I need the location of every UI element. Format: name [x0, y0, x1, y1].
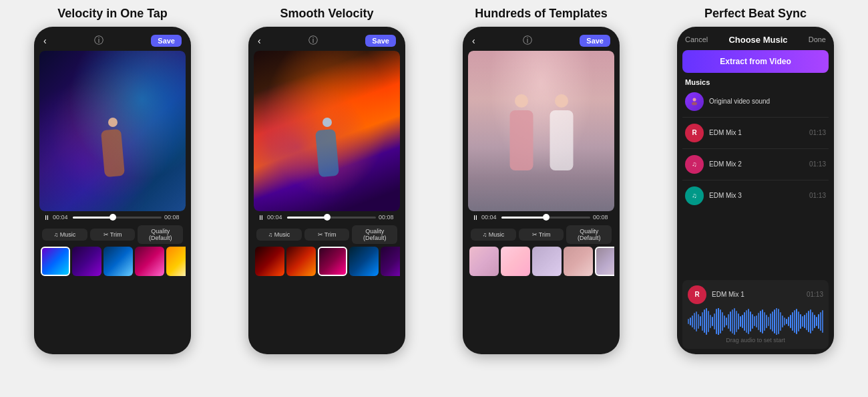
- progress-track-1[interactable]: [73, 217, 162, 219]
- video-area-3: [468, 51, 614, 211]
- video-area-2: [254, 51, 400, 211]
- now-playing-panel: R EDM Mix 1 01:13 Drag audio to set star…: [682, 280, 829, 349]
- progress-row-2: ⏸ 00:04 00:08: [258, 214, 396, 221]
- girls-figure: [468, 51, 614, 211]
- music-header: Cancel Choose Music Done: [682, 33, 829, 50]
- music-btn-1[interactable]: ♫ Music: [42, 229, 87, 241]
- save-button-3[interactable]: Save: [580, 35, 610, 47]
- thumbnail-row-2: [254, 245, 400, 277]
- music-item-edm3[interactable]: ♫ EDM Mix 3 01:13: [682, 183, 829, 209]
- thumb-1-2[interactable]: [72, 247, 101, 276]
- thumb-2-3[interactable]: [318, 247, 347, 276]
- music-avatar-original: [685, 92, 704, 111]
- info-button-1[interactable]: ⓘ: [94, 35, 103, 47]
- thumb-3-1[interactable]: [469, 247, 499, 276]
- time-current-2: 00:04: [267, 214, 284, 221]
- progress-fill-3: [501, 217, 546, 219]
- video-placeholder-1: [39, 51, 186, 211]
- progress-row-3: ⏸ 00:04 00:08: [472, 214, 610, 221]
- progress-row-1: ⏸ 00:04 00:08: [43, 214, 182, 221]
- thumb-3-2[interactable]: [501, 247, 530, 276]
- svg-point-1: [692, 102, 697, 105]
- save-button-1[interactable]: Save: [151, 35, 182, 47]
- thumb-2-4[interactable]: [349, 247, 379, 276]
- now-playing-row: R EDM Mix 1 01:13: [688, 285, 823, 304]
- back-button-1[interactable]: ‹: [43, 35, 47, 46]
- music-avatar-edm1: R: [685, 124, 704, 142]
- music-btn-2[interactable]: ♫ Music: [256, 229, 302, 241]
- video-placeholder-2: [254, 51, 400, 211]
- phone-header-2: ‹ ⓘ Save: [254, 33, 400, 51]
- time-total-2: 00:08: [379, 214, 396, 221]
- thumb-1-3[interactable]: [103, 247, 133, 276]
- music-avatar-edm2: ♫: [685, 155, 704, 174]
- controls-row-3: ♫ Music ✂ Trim Quality (Default): [468, 223, 614, 245]
- trim-btn-1[interactable]: ✂ Trim: [90, 229, 136, 241]
- now-playing-name: EDM Mix 1: [712, 291, 801, 298]
- waveform-area[interactable]: [688, 308, 823, 335]
- pause-icon-2: ⏸: [258, 214, 264, 221]
- thumb-2-5[interactable]: [381, 247, 400, 276]
- girl-1: [503, 94, 539, 208]
- music-item-edm1[interactable]: R EDM Mix 1 01:13: [682, 120, 829, 146]
- progress-thumb-2: [324, 214, 331, 221]
- trim-btn-2[interactable]: ✂ Trim: [304, 229, 350, 241]
- phone-header-3: ‹ ⓘ Save: [468, 33, 614, 51]
- thumb-1-4[interactable]: [135, 247, 164, 276]
- thumb-3-5[interactable]: [595, 247, 614, 276]
- thumb-3-4[interactable]: [564, 247, 593, 276]
- thumbnail-row-1: [39, 245, 186, 277]
- music-name-original: Original video sound: [709, 98, 826, 105]
- figure-dancer-1: [93, 118, 133, 205]
- thumb-1-5[interactable]: [166, 247, 186, 276]
- section-title-3: Hundreds of Templates: [475, 7, 608, 21]
- quality-btn-1[interactable]: Quality (Default): [138, 225, 183, 244]
- thumbnail-row-3: [468, 245, 614, 277]
- phone-3: ‹ ⓘ Save ⏸ 00:04: [463, 27, 620, 354]
- time-total-3: 00:08: [593, 214, 610, 221]
- phone-4: Cancel Choose Music Done Extract from Vi…: [677, 27, 834, 354]
- app-container: Velocity in One Tap ‹ ⓘ Save ⏸ 00:04: [0, 0, 868, 397]
- quality-btn-2[interactable]: Quality (Default): [352, 225, 397, 244]
- trim-btn-3[interactable]: ✂ Trim: [519, 229, 564, 241]
- music-name-edm2: EDM Mix 2: [709, 160, 804, 168]
- back-button-3[interactable]: ‹: [472, 35, 475, 46]
- progress-track-3[interactable]: [501, 217, 590, 219]
- extract-from-video-btn[interactable]: Extract from Video: [682, 50, 829, 73]
- thumb-1-1[interactable]: [41, 247, 70, 276]
- progress-fill-2: [287, 217, 327, 219]
- quality-btn-3[interactable]: Quality (Default): [566, 225, 612, 244]
- info-button-3[interactable]: ⓘ: [523, 35, 532, 47]
- video-placeholder-3: [468, 51, 614, 211]
- divider-2: [682, 148, 829, 149]
- video-area-1: [39, 51, 186, 211]
- thumb-3-3[interactable]: [532, 247, 562, 276]
- done-button[interactable]: Done: [809, 35, 826, 43]
- music-item-original[interactable]: Original video sound: [682, 89, 829, 114]
- thumb-2-2[interactable]: [286, 247, 316, 276]
- controls-row-1: ♫ Music ✂ Trim Quality (Default): [39, 223, 186, 245]
- phone-2: ‹ ⓘ Save ⏸ 00:04 00:08: [248, 27, 405, 354]
- music-screen-title: Choose Music: [728, 35, 787, 45]
- pause-icon-3: ⏸: [472, 214, 479, 221]
- divider-3: [682, 180, 829, 180]
- waveform-bars: [688, 308, 823, 335]
- progress-track-2[interactable]: [287, 217, 376, 219]
- music-btn-3[interactable]: ♫ Music: [471, 229, 516, 241]
- save-button-2[interactable]: Save: [365, 35, 396, 47]
- now-playing-duration: 01:13: [807, 291, 823, 298]
- music-duration-edm2: 01:13: [809, 160, 826, 168]
- cancel-button[interactable]: Cancel: [685, 35, 708, 43]
- time-current-1: 00:04: [53, 214, 70, 221]
- music-duration-edm3: 01:13: [809, 192, 826, 199]
- time-total-1: 00:08: [164, 214, 182, 221]
- section-perfect-beat-sync: Perfect Beat Sync Cancel Choose Music Do…: [651, 7, 860, 354]
- music-item-edm2[interactable]: ♫ EDM Mix 2 01:13: [682, 152, 829, 177]
- phone-1: ‹ ⓘ Save ⏸ 00:04 00:08: [34, 27, 191, 354]
- info-button-2[interactable]: ⓘ: [308, 35, 318, 47]
- thumb-2-1[interactable]: [255, 247, 284, 276]
- music-avatar-edm3: ♫: [685, 186, 704, 205]
- section-smooth-velocity: Smooth Velocity ‹ ⓘ Save ⏸ 00:04: [222, 7, 431, 354]
- playback-bar-3: ⏸ 00:04 00:08: [468, 211, 614, 223]
- back-button-2[interactable]: ‹: [258, 35, 261, 46]
